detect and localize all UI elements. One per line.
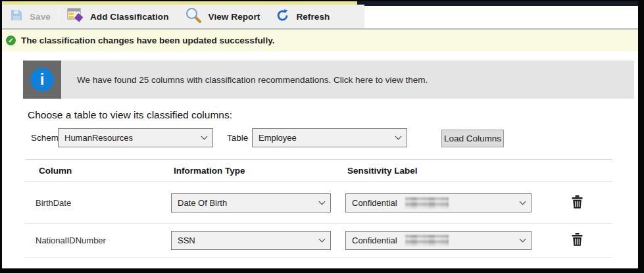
- save-icon: [10, 9, 23, 24]
- table-row: BirthDate Date Of Birth Confidential: [25, 182, 612, 224]
- screenshot-frame: Save Add Classification: [0, 0, 644, 273]
- success-notification: ✓ The classification changes have been u…: [2, 30, 638, 51]
- info-icon: i: [30, 68, 54, 91]
- view-report-label: View Report: [209, 12, 260, 22]
- sensitivity-label-dropdown[interactable]: Confidential: [345, 193, 532, 212]
- recommendations-message[interactable]: We have found 25 columns with classifica…: [77, 75, 428, 85]
- schema-selected-value: HumanResources: [64, 133, 202, 143]
- chevron-down-icon: [520, 236, 526, 243]
- sensitivity-label-value: Confidential: [352, 236, 397, 245]
- save-button[interactable]: Save: [2, 5, 59, 28]
- table-row: NationalIDNumber SSN Confidential: [25, 224, 612, 258]
- info-icon-box: i: [23, 61, 61, 99]
- redacted-text-block: [405, 197, 449, 209]
- refresh-icon: [276, 9, 289, 25]
- column-header: Column: [25, 166, 171, 176]
- table-label: Table: [227, 128, 248, 148]
- chevron-down-icon: [319, 198, 326, 205]
- information-type-dropdown[interactable]: SSN: [171, 231, 331, 250]
- trash-icon: [572, 233, 583, 248]
- delete-classification-button[interactable]: [572, 233, 612, 248]
- refresh-label: Refresh: [296, 12, 330, 22]
- classified-columns-table: Column Information Type Sensitivity Labe…: [25, 159, 612, 258]
- table-dropdown[interactable]: Employee: [252, 128, 407, 147]
- chevron-down-icon: [395, 134, 402, 140]
- add-classification-icon: [67, 8, 84, 25]
- information-type-value: Date Of Birth: [178, 198, 320, 208]
- chevron-down-icon: [520, 198, 526, 205]
- data-classification-pane: Save Add Classification: [2, 1, 638, 268]
- column-name: NationalIDNumber: [25, 236, 171, 245]
- table-selected-value: Employee: [259, 133, 396, 143]
- view-report-button[interactable]: View Report: [177, 5, 268, 28]
- sensitivity-label-dropdown[interactable]: Confidential: [345, 231, 532, 250]
- redacted-text-block: [405, 235, 449, 246]
- refresh-button[interactable]: Refresh: [268, 5, 337, 28]
- sensitivity-label-value: Confidential: [352, 198, 397, 208]
- information-type-header: Information Type: [171, 166, 345, 176]
- information-type-value: SSN: [178, 236, 320, 245]
- sensitivity-label-header: Sensitivity Label: [345, 166, 562, 176]
- success-message: The classification changes have been upd…: [21, 36, 274, 45]
- recommendations-bar[interactable]: We have found 25 columns with classifica…: [61, 61, 634, 99]
- chevron-down-icon: [319, 236, 326, 243]
- selector-row: Schema HumanResources Table Employee Loa…: [2, 128, 638, 148]
- add-classification-label: Add Classification: [90, 12, 169, 22]
- choose-table-heading: Choose a table to view its classified co…: [28, 109, 232, 121]
- chevron-down-icon: [201, 134, 208, 140]
- magnifier-icon: [185, 7, 202, 26]
- window-edge-strip: [357, 1, 638, 6]
- toolbar: Save Add Classification: [2, 5, 364, 28]
- trash-icon: [572, 195, 583, 211]
- table-header-row: Column Information Type Sensitivity Labe…: [25, 160, 612, 182]
- save-label: Save: [30, 12, 51, 22]
- recommendations-banner[interactable]: i We have found 25 columns with classifi…: [23, 61, 634, 99]
- column-name: BirthDate: [25, 198, 171, 208]
- load-columns-button[interactable]: Load Columns: [441, 130, 504, 147]
- add-classification-button[interactable]: Add Classification: [59, 5, 177, 28]
- success-check-icon: ✓: [6, 36, 16, 45]
- delete-classification-button[interactable]: [572, 195, 612, 211]
- information-type-dropdown[interactable]: Date Of Birth: [171, 193, 331, 212]
- schema-dropdown[interactable]: HumanResources: [58, 128, 213, 147]
